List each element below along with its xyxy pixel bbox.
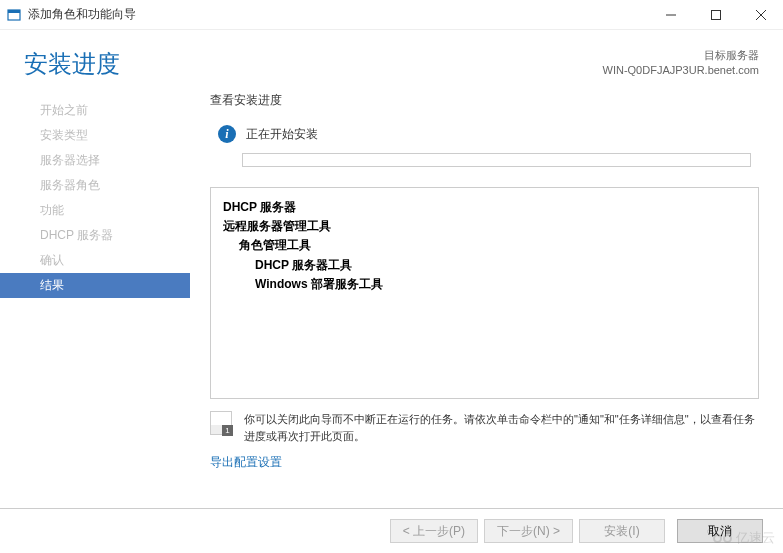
wizard-header: 安装进度 目标服务器 WIN-Q0DFJAJP3UR.benet.com (0, 30, 783, 92)
previous-button[interactable]: < 上一步(P) (390, 519, 478, 543)
main-area: 开始之前 安装类型 服务器选择 服务器角色 功能 DHCP 服务器 确认 结果 … (0, 92, 783, 522)
sidebar-item-server-selection: 服务器选择 (0, 148, 190, 173)
info-icon: i (218, 125, 236, 143)
maximize-button[interactable] (693, 0, 738, 30)
watermark-text: 亿速云 (736, 529, 775, 547)
wizard-footer: < 上一步(P) 下一步(N) > 安装(I) 取消 (0, 508, 783, 553)
status-text: 正在开始安装 (246, 126, 318, 143)
install-button[interactable]: 安装(I) (579, 519, 665, 543)
export-config-link[interactable]: 导出配置设置 (210, 454, 282, 471)
target-server: 目标服务器 WIN-Q0DFJAJP3UR.benet.com (603, 48, 759, 79)
app-icon (6, 7, 22, 23)
next-button[interactable]: 下一步(N) > (484, 519, 573, 543)
sidebar-item-install-type: 安装类型 (0, 123, 190, 148)
page-title: 安装进度 (24, 48, 120, 80)
section-label: 查看安装进度 (210, 92, 759, 109)
notification-badge: 1 (222, 425, 233, 436)
progress-bar (242, 153, 751, 167)
result-item: DHCP 服务器 (223, 198, 746, 217)
window-controls (648, 0, 783, 30)
sidebar-item-dhcp-server: DHCP 服务器 (0, 223, 190, 248)
result-item: Windows 部署服务工具 (223, 275, 746, 294)
status-row: i 正在开始安装 (210, 125, 759, 143)
svg-rect-3 (711, 10, 720, 19)
result-item: 远程服务器管理工具 (223, 217, 746, 236)
sidebar-item-confirmation: 确认 (0, 248, 190, 273)
target-server-name: WIN-Q0DFJAJP3UR.benet.com (603, 63, 759, 78)
target-server-label: 目标服务器 (603, 48, 759, 63)
close-button[interactable] (738, 0, 783, 30)
sidebar-item-before-begin: 开始之前 (0, 98, 190, 123)
results-box: DHCP 服务器 远程服务器管理工具 角色管理工具 DHCP 服务器工具 Win… (210, 187, 759, 399)
result-item: 角色管理工具 (223, 236, 746, 255)
svg-rect-1 (8, 10, 20, 13)
note-row: 1 你可以关闭此向导而不中断正在运行的任务。请依次单击命令栏中的"通知"和"任务… (210, 411, 759, 444)
wizard-steps-sidebar: 开始之前 安装类型 服务器选择 服务器角色 功能 DHCP 服务器 确认 结果 (0, 92, 190, 522)
flag-icon: 1 (210, 411, 232, 435)
sidebar-item-server-roles: 服务器角色 (0, 173, 190, 198)
window-title: 添加角色和功能向导 (28, 6, 648, 23)
sidebar-item-results: 结果 (0, 273, 190, 298)
watermark-logo-icon (707, 534, 732, 543)
minimize-button[interactable] (648, 0, 693, 30)
note-text: 你可以关闭此向导而不中断正在运行的任务。请依次单击命令栏中的"通知"和"任务详细… (244, 411, 759, 444)
content-area: 查看安装进度 i 正在开始安装 DHCP 服务器 远程服务器管理工具 角色管理工… (190, 92, 783, 522)
result-item: DHCP 服务器工具 (223, 256, 746, 275)
titlebar: 添加角色和功能向导 (0, 0, 783, 30)
sidebar-item-features: 功能 (0, 198, 190, 223)
watermark: 亿速云 (707, 529, 775, 547)
